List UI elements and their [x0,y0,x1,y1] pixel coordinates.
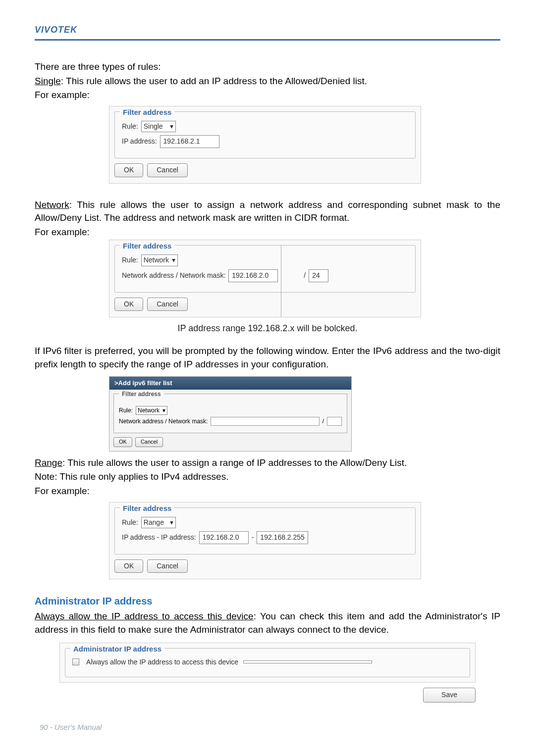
figure-range: Filter address Rule: Range ▾ IP address … [109,502,421,580]
ipv6-mask-input[interactable] [327,417,342,426]
page-content: There are three types of rules: Single: … [35,60,500,703]
intro-single: Single: This rule allows the user to add… [35,75,500,88]
network-rule-select[interactable]: Network ▾ [141,254,178,266]
range-note: Note: This rule only applies to IPv4 add… [35,470,500,484]
figure-admin: Administrator IP address Always allow th… [59,643,476,683]
single-cancel-button[interactable]: Cancel [147,163,188,177]
network-rule-value: Network [144,255,169,265]
range-example-label: For example: [35,485,500,498]
network-mask-input[interactable]: 24 [309,269,328,282]
network-net-label: Network address / Network mask: [122,271,225,281]
admin-label: Always allow the IP address to access th… [35,611,254,621]
range-ip-from-input[interactable]: 192.168.2.0 [199,531,249,544]
single-ip-label: IP address: [122,137,157,147]
network-fieldset: Filter address Rule: Network ▾ Network a… [114,245,416,292]
range-label: Range [35,457,62,468]
network-ok-button[interactable]: OK [114,298,143,311]
ipv6-cancel-button[interactable]: Cancel [135,437,163,447]
ipv6-rule-select[interactable]: Network ▾ [136,406,167,415]
network-rule-label: Rule: [122,255,138,265]
range-rule-label: Rule: [122,518,138,528]
network-para: Network: This rule allows the user to as… [35,199,500,225]
admin-fieldset: Administrator IP address Always allow th… [65,648,470,678]
chevron-down-icon: ▾ [160,406,165,415]
range-desc: : This rule allows the user to assign a … [62,457,407,468]
range-para: Range: This rule allows the user to assi… [35,456,500,470]
single-fieldset: Filter address Rule: Single ▾ IP address… [114,111,416,158]
range-legend: Filter address [120,503,174,513]
network-legend: Filter address [120,241,174,251]
network-divider [281,246,281,316]
chevron-down-icon: ▾ [169,255,175,265]
single-label: Single [35,76,61,86]
ipv6-ok-button[interactable]: OK [113,437,132,447]
admin-heading: Administrator IP address [35,594,500,608]
figure-single: Filter address Rule: Single ▾ IP address… [109,106,421,184]
ipv6-net-label: Network address / Network mask: [119,417,208,426]
single-desc: : This rule allows the user to add an IP… [61,76,367,86]
ipv6-intro: If IPv6 filter is preferred, you will be… [35,345,500,371]
single-example-label: For example: [35,89,500,102]
range-dash: - [252,533,254,543]
single-legend: Filter address [120,107,174,117]
range-rule-select[interactable]: Range ▾ [141,517,176,529]
ipv6-legend: Filter address [119,390,164,399]
range-rule-value: Range [144,518,164,528]
admin-checkbox[interactable] [72,658,79,665]
range-ip-to-input[interactable]: 192.168.2.255 [257,531,308,544]
figure-network: Filter address Rule: Network ▾ Network a… [109,240,421,317]
range-fieldset: Filter address Rule: Range ▾ IP address … [114,507,416,554]
ipv6-rule-label: Rule: [119,406,133,415]
brand-logo: VIVOTEK [35,25,77,35]
range-ok-button[interactable]: OK [114,559,143,573]
network-desc: : This rule allows the user to assign a … [35,200,500,223]
page-header: VIVOTEK [35,25,500,41]
ipv6-address-input[interactable] [211,417,319,426]
network-cancel-button[interactable]: Cancel [147,298,188,311]
save-button[interactable]: Save [423,688,476,703]
single-rule-label: Rule: [122,122,138,132]
network-label: Network [35,200,69,210]
single-rule-select[interactable]: Single ▾ [141,121,176,133]
ipv6-rule-value: Network [138,406,160,415]
ipv6-dialog-title: >Add ipv6 filter list [109,377,351,390]
page-footer: 90 - User's Manual [40,723,102,731]
admin-legend: Administrator IP address [70,644,164,654]
range-cancel-button[interactable]: Cancel [147,559,188,573]
ipv6-fieldset: Filter address Rule: Network ▾ Network a… [113,394,347,434]
single-rule-value: Single [144,122,163,132]
single-ip-input[interactable]: 192.168.2.1 [160,135,219,148]
network-caption: IP address range 192.168.2.x will be bol… [35,322,500,335]
admin-checkbox-label: Always allow the IP address to access th… [86,657,238,667]
range-ip-label: IP address - IP address: [122,533,196,543]
admin-ip-input[interactable] [243,660,372,663]
chevron-down-icon: ▾ [167,122,173,132]
single-ok-button[interactable]: OK [114,163,143,177]
network-mask-sep: / [304,271,306,281]
chevron-down-icon: ▾ [167,518,173,528]
figure-ipv6: >Add ipv6 filter list Filter address Rul… [109,376,352,452]
network-address-input[interactable]: 192.168.2.0 [228,269,278,282]
intro-types: There are three types of rules: [35,60,500,74]
ipv6-mask-sep: / [322,417,324,426]
admin-para: Always allow the IP address to access th… [35,610,500,636]
network-example-label: For example: [35,226,500,239]
